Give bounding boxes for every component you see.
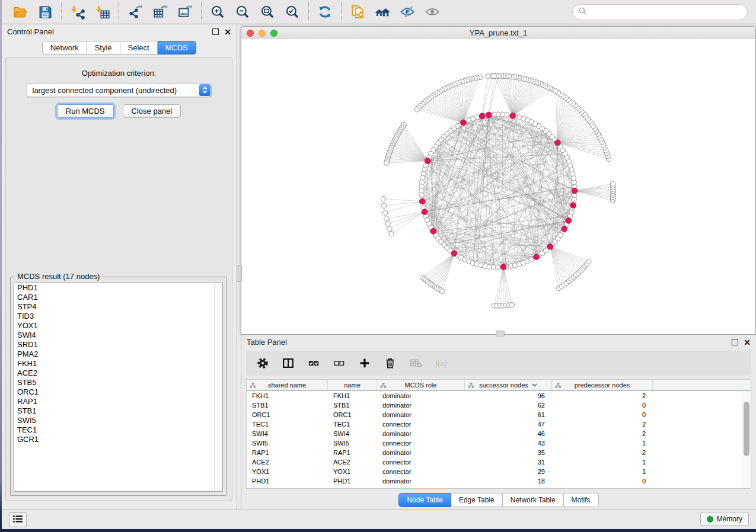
mcds-node[interactable] <box>430 229 436 235</box>
mcds-result-item[interactable]: SRD1 <box>14 340 222 350</box>
hide-details-button[interactable] <box>398 3 416 21</box>
network-node[interactable] <box>529 257 534 262</box>
network-canvas[interactable] <box>241 39 755 334</box>
mcds-result-item[interactable]: CAR1 <box>14 293 222 302</box>
close-panel-icon[interactable]: ✕ <box>224 29 231 35</box>
show-columns-button[interactable] <box>280 355 296 371</box>
delete-table-button[interactable] <box>408 355 423 371</box>
table-row[interactable]: ORC1ORC1dominator610 <box>247 410 751 419</box>
network-node[interactable] <box>419 193 424 197</box>
mcds-result-item[interactable]: STB5 <box>14 378 222 387</box>
network-node[interactable] <box>486 74 490 79</box>
optimization-criterion-select[interactable]: largest connected component (undirected) <box>27 83 212 97</box>
network-node[interactable] <box>466 118 471 123</box>
network-node[interactable] <box>509 302 514 307</box>
mcds-result-item[interactable]: FKH1 <box>14 359 222 368</box>
close-window-icon[interactable] <box>247 30 254 37</box>
mcds-node[interactable] <box>479 113 485 119</box>
deselect-all-button[interactable] <box>331 355 347 371</box>
table-row[interactable]: SWI4SWI4dominator462 <box>247 429 751 438</box>
mcds-result-item[interactable]: SWI5 <box>14 416 222 425</box>
tab-edge-table[interactable]: Edge Table <box>451 493 503 507</box>
table-row[interactable]: STB1STB1dominator620 <box>247 400 751 410</box>
mcds-node[interactable] <box>420 198 426 204</box>
mcds-list-scrollbar[interactable] <box>214 283 222 491</box>
vertical-splitter-handle[interactable] <box>237 265 242 282</box>
mcds-node[interactable] <box>566 218 572 224</box>
table-row[interactable]: RAP1RAP1dominator352 <box>247 448 751 457</box>
save-session-button[interactable] <box>36 3 54 21</box>
tab-mcds[interactable]: MCDS <box>158 41 196 55</box>
network-node[interactable] <box>586 259 591 264</box>
tab-node-table[interactable]: Node Table <box>398 493 451 507</box>
duplicate-network-button[interactable] <box>349 3 366 21</box>
tab-select[interactable]: Select <box>120 41 158 55</box>
mcds-result-item[interactable]: GCR1 <box>14 435 222 444</box>
mcds-node[interactable] <box>570 203 576 209</box>
mcds-node[interactable] <box>500 264 506 270</box>
run-mcds-button[interactable]: Run MCDS <box>57 104 114 118</box>
float-table-panel-icon[interactable] <box>732 339 738 345</box>
network-node[interactable] <box>492 112 496 117</box>
mcds-node[interactable] <box>422 209 428 215</box>
mcds-result-item[interactable]: TID3 <box>14 312 222 321</box>
mcds-node[interactable] <box>510 113 516 119</box>
zoom-selected-button[interactable] <box>283 3 301 21</box>
mcds-node[interactable] <box>562 226 567 232</box>
zoom-in-button[interactable] <box>209 3 227 21</box>
table-scrollbar-thumb[interactable] <box>744 402 749 456</box>
mcds-result-item[interactable]: ACE2 <box>14 368 222 378</box>
import-table-button[interactable] <box>94 3 111 21</box>
mcds-result-item[interactable]: TEC1 <box>14 425 222 435</box>
mcds-result-item[interactable]: YOX1 <box>14 321 222 331</box>
close-table-panel-icon[interactable]: ✕ <box>744 339 751 345</box>
network-window-titlebar[interactable]: YPA_prune.txt_1 <box>241 27 755 40</box>
network-node[interactable] <box>553 89 558 94</box>
network-node[interactable] <box>384 161 389 165</box>
float-panel-icon[interactable] <box>212 28 219 35</box>
mcds-node[interactable] <box>555 140 561 146</box>
mcds-result-item[interactable]: ORC1 <box>14 387 222 397</box>
open-session-button[interactable] <box>11 3 29 21</box>
search-box[interactable] <box>572 4 748 20</box>
mcds-node[interactable] <box>486 112 492 118</box>
function-builder-button[interactable]: f(x) <box>433 355 449 371</box>
network-node[interactable] <box>543 248 548 253</box>
table-scrollbar[interactable] <box>742 391 751 488</box>
network-node[interactable] <box>382 210 387 215</box>
mcds-result-item[interactable]: PHD1 <box>14 283 222 293</box>
search-input[interactable] <box>590 7 741 17</box>
mcds-node[interactable] <box>425 158 431 164</box>
refresh-button[interactable] <box>316 3 334 21</box>
zoom-out-button[interactable] <box>234 3 251 21</box>
table-row[interactable]: TEC1TEC1connector472 <box>247 419 751 429</box>
network-node[interactable] <box>414 107 419 112</box>
network-node[interactable] <box>496 265 500 270</box>
export-network-button[interactable] <box>126 3 144 21</box>
table-row[interactable]: YOX1YOX1connector291 <box>247 467 751 476</box>
maximize-window-icon[interactable] <box>270 30 277 37</box>
horizontal-splitter-handle[interactable] <box>496 331 505 336</box>
mcds-result-item[interactable]: PMA2 <box>14 350 222 359</box>
tab-network-table[interactable]: Network Table <box>503 493 564 507</box>
mcds-result-item[interactable]: RAP1 <box>14 397 222 406</box>
add-button[interactable] <box>357 355 372 371</box>
table-row[interactable]: ACE2ACE2connector311 <box>247 457 751 467</box>
table-row[interactable]: PHD1PHD1dominator180 <box>247 476 751 486</box>
network-node[interactable] <box>382 203 387 208</box>
tab-motifs[interactable]: Motifs <box>564 493 599 507</box>
network-node[interactable] <box>387 226 392 231</box>
network-node[interactable] <box>440 289 445 294</box>
column-header-shared-name[interactable]: shared name <box>247 380 328 390</box>
tab-network[interactable]: Network <box>42 41 87 55</box>
table-settings-button[interactable] <box>255 355 270 371</box>
network-graph[interactable] <box>241 39 755 334</box>
network-node[interactable] <box>389 232 394 236</box>
network-node[interactable] <box>381 196 385 201</box>
close-panel-button[interactable]: Close panel <box>123 104 181 118</box>
mcds-result-list[interactable]: PHD1CAR1STP4TID3YOX1SWI4SRD1PMA2FKH1ACE2… <box>14 283 223 492</box>
mcds-node[interactable] <box>461 120 467 126</box>
table-row[interactable]: FKH1FKH1dominator962 <box>247 391 751 400</box>
table-row[interactable]: SWI5SWI5connector431 <box>247 438 751 448</box>
mcds-node[interactable] <box>572 188 578 194</box>
